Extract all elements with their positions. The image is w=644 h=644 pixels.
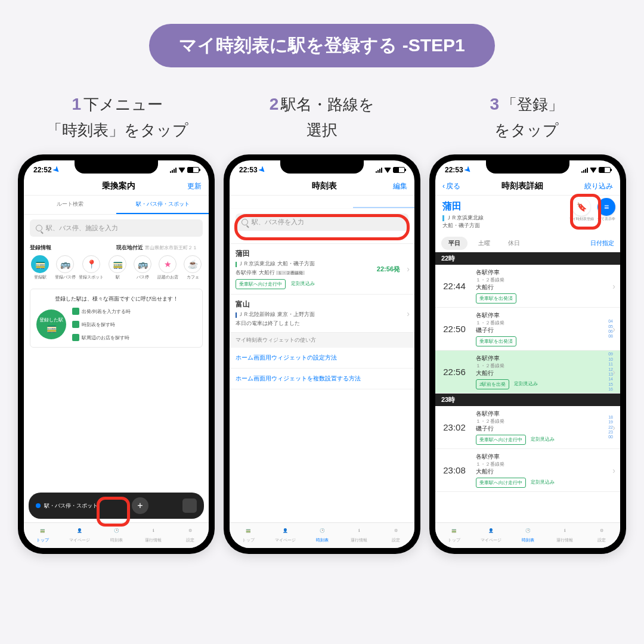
cat-busstop[interactable]: 🚌バス停 [132,255,153,280]
tab-route-search[interactable]: ルート検索 [24,196,116,214]
copy-button[interactable] [182,499,197,513]
edit-button[interactable]: 編集 [393,181,407,191]
train-row[interactable]: 23:08各駅停車１・２番線発大船行乗車駅へ向け走行中定刻見込み› [435,449,620,492]
nav-mypage[interactable]: 👤マイページ [267,525,304,543]
floating-tab-bar[interactable]: 駅・バス停・スポット + [29,493,204,519]
my-station-toyama[interactable]: 富山 ＪＲ北陸新幹線 東京・上野方面 本日の電車は終了しました › [230,295,414,333]
back-button[interactable]: ‹ 戻る [442,181,460,191]
hour-23-header: 23時 [435,394,620,406]
location-icon [258,166,267,174]
day-tabs: 平日 土曜 休日 日付指定 [435,234,620,252]
train-row[interactable]: 22:44各駅停車１・２番線発大船行乗車駅を出発済› [435,265,620,308]
cat-registered-busstop[interactable]: 🚌登録バス停 [55,255,75,280]
status-tag: 乗車駅へ向け走行中 [476,478,526,488]
info-card: 登録した駅は、様々な画面ですぐに呼び出せます！ 登録した駅 🚃 出発/到着を入力… [30,289,203,348]
chevron-right-icon: › [612,466,615,475]
display-mode-button[interactable]: ≡ 全て表示中 [597,198,615,222]
wifi-icon [590,168,597,173]
cat-registered-spot[interactable]: 📍登録スポット [80,255,103,280]
gear-icon: ⚙ [596,525,608,536]
nav-settings[interactable]: ⚙設定 [377,525,414,543]
my-station-kamata[interactable]: 蒲田 ＪＲ京浜東北線 大船・磯子方面 各駅停車 大船行 １・２番線発 乗車駅へ向… [230,244,414,295]
cat-trending[interactable]: ★話題のお店 [157,255,178,280]
clock-icon: 🕒 [110,525,122,536]
status-tag: 2駅前を出発 [476,379,509,389]
phone-3: 22:53 ‹ 戻る 時刻表詳細 絞り込み 蒲田 ＪＲ京浜東北線 [429,154,626,554]
widget-section-header: マイ時刻表ウィジェットの使い方 [230,333,414,348]
nav-header: ‹ 戻る 時刻表詳細 絞り込み [435,177,620,196]
chevron-right-icon: › [612,423,615,432]
nav-service-info[interactable]: ℹ運行情報 [546,525,583,543]
ontime-tag: 定刻見込み [511,379,541,389]
nav-settings[interactable]: ⚙設定 [583,525,620,543]
refresh-button[interactable]: 更新 [187,181,202,191]
bookmark-icon: 🔖 [572,198,590,216]
train-type: 各駅停車 [476,355,500,361]
add-button[interactable]: + [132,497,148,514]
ontime-tag: 定刻見込み [528,435,558,445]
nav-timetable[interactable]: 🕒時刻表 [98,525,135,543]
nav-header: 乗換案内 更新 [24,177,209,196]
minute-index: 04050608 [605,308,613,350]
signal-icon [376,168,382,173]
train-row[interactable]: 22:50各駅停車１・２番線発磯子行乗車駅を出発済›04050608 [435,308,620,351]
train-icon: 🚃 [448,525,460,536]
train-icon: 🚃 [242,525,254,536]
step-1-label: 1下メニュー 「時刻表」をタップ [18,91,216,143]
nav-mypage[interactable]: 👤マイページ [472,525,509,543]
info-icon: ℹ [147,525,159,536]
status-tag: 乗車駅へ向け走行中 [476,435,526,445]
chevron-right-icon: › [612,367,615,377]
link-widget-multiple[interactable]: ホーム画面用ウィジェットを複数設置する方法 [230,369,414,389]
cat-registered-station[interactable]: 🚃登録駅 [30,255,50,280]
header-pill: マイ時刻表に駅を登録する -STEP1 [149,24,494,67]
hour-22-header: 22時 [435,252,620,265]
register-button[interactable]: 🔖 マイ時刻表登録 [569,198,594,222]
filter-button[interactable]: 絞り込み [584,181,613,191]
train-row[interactable]: 22:56各駅停車１・２番線発大船行2駅前を出発定刻見込み›0910111213… [435,351,620,394]
platform: １・２番線発 [476,363,618,369]
category-icons[interactable]: 🚃登録駅 🚌登録バス停 📍登録スポット 🚃駅 🚌バス停 ★話題のお店 ☕カフェ [24,253,209,285]
bottom-nav: 🚃トップ 👤マイページ 🕒時刻表 ℹ運行情報 ⚙設定 [230,522,414,548]
nav-service-info[interactable]: ℹ運行情報 [135,525,172,543]
nav-settings[interactable]: ⚙設定 [172,525,209,543]
screen-title: 時刻表詳細 [460,181,584,191]
gear-icon: ⚙ [390,525,402,536]
signal-icon [170,168,177,173]
destination: 大船行 [476,283,618,292]
train-row[interactable]: 23:02各駅停車１・２番線発磯子行乗車駅へ向け走行中定刻見込み›1819222… [435,406,620,449]
nav-mypage[interactable]: 👤マイページ [61,525,98,543]
tab-station-spot[interactable]: 駅・バス停・スポット [116,196,209,214]
departure-time: 23:02 [435,406,473,448]
tab-holiday[interactable]: 休日 [501,237,527,250]
tab-saturday[interactable]: 土曜 [471,237,497,250]
ontime-tag: 定刻見込み [528,478,558,488]
search-input[interactable]: 駅、バス停を入力 [236,213,408,231]
destination: 磯子行 [476,425,618,433]
person-icon: 👤 [73,525,85,536]
cat-station[interactable]: 🚃駅 [107,255,128,280]
search-input[interactable]: 駅、バス停、施設を入力 [30,219,203,237]
chevron-right-icon: › [612,324,615,334]
section-nearby: 現在地付近 富山県射水市新王町２１ [116,244,203,252]
nav-service-info[interactable]: ℹ運行情報 [340,525,377,543]
dot-icon [36,503,41,508]
train-type: 各駅停車 [476,269,500,275]
cat-cafe[interactable]: ☕カフェ [182,255,203,280]
timetable-icon [72,321,79,328]
nav-top[interactable]: 🚃トップ [230,525,267,543]
date-picker-link[interactable]: 日付指定 [590,239,614,247]
nav-top[interactable]: 🚃トップ [435,525,472,543]
top-tabs-hidden [230,196,414,209]
bottom-nav: 🚃トップ 👤マイページ 🕒時刻表 ℹ運行情報 ⚙設定 [24,522,209,548]
nav-timetable[interactable]: 🕒時刻表 [304,525,340,543]
person-icon: 👤 [279,525,291,536]
link-widget-setup[interactable]: ホーム画面用ウィジェットの設定方法 [230,348,414,369]
phone-1: 22:52 乗換案内 更新 ルート検索 駅・バス停・スポット [18,154,215,554]
nav-timetable[interactable]: 🕒時刻表 [509,525,546,543]
destination: 大船行 [476,369,618,377]
nav-top[interactable]: 🚃トップ [24,525,61,543]
platform: １・２番線発 [476,320,618,326]
tab-weekday[interactable]: 平日 [441,237,467,250]
phone-2: 22:53 時刻表 編集 [224,154,420,554]
